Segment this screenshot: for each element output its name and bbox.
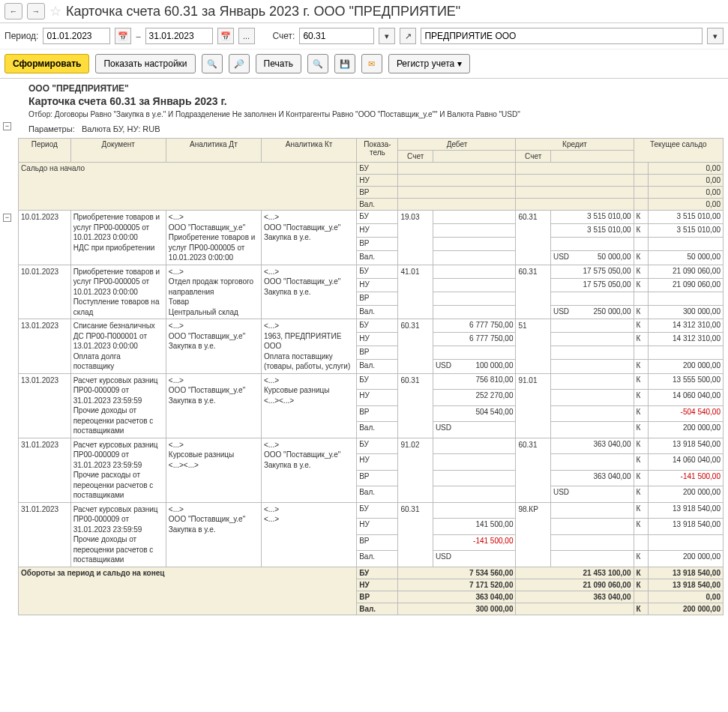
report-title: Карточка счета 60.31 за Январь 2023 г. [28,95,724,107]
col-balance: Текущее сальдо [634,139,724,163]
account-open-icon[interactable]: ↗ [400,28,416,44]
cell-debit-acct: 91.02 [398,438,433,502]
col-debit-acct: Счет [398,151,433,163]
report-filter: Отбор: Договоры Равно "Закупка в у.е." И… [28,110,724,118]
cell-debit-acct: 60.31 [398,502,433,567]
preview-icon[interactable]: 🔍 [307,54,328,73]
cell-adt: <...>ООО "Поставщик_у.е"Закупка в у.е. [166,502,261,567]
cell-doc: Расчет курсовых разниц ПР00-000009 от 31… [70,438,166,502]
generate-button[interactable]: Сформировать [4,54,89,73]
cell-date: 13.01.2023 [19,319,71,374]
cell-date: 13.01.2023 [19,373,71,438]
email-icon[interactable]: ✉ [361,54,382,73]
cell-adt: <...>Отдел продаж торгового направленияТ… [166,265,261,319]
cell-credit-acct: 60.31 [516,265,550,319]
cell-doc: Расчет курсовых разниц ПР00-000009 от 31… [70,373,166,438]
col-period: Период [19,139,71,163]
col-doc: Документ [70,139,166,163]
save-icon[interactable]: 💾 [334,54,355,73]
register-button[interactable]: Регистр учета ▾ [388,54,470,73]
account-label: Счет: [273,31,295,41]
cell-date: 10.01.2023 [19,211,71,265]
period-picker-button[interactable]: ... [238,28,255,44]
table-row: 10.01.2023Приобретение товаров и услуг П… [19,265,724,278]
period-label: Период: [4,31,38,41]
cell-doc: Приобретение товаров и услуг ПР00-000005… [70,265,166,319]
cell-debit-acct: 60.31 [398,319,433,374]
date-dash: – [136,31,140,40]
cell-credit-acct: 60.31 [516,211,550,265]
org-dropdown-icon[interactable]: ▾ [707,28,724,44]
table-row: 13.01.2023Расчет курсовых разниц ПР00-00… [19,373,724,390]
tree-collapse-icon[interactable]: − [3,122,11,130]
date-to-input[interactable] [145,28,213,44]
calendar-from-icon[interactable]: 📅 [115,28,131,44]
window-title: Карточка счета 60.31 за Январь 2023 г. О… [66,4,460,19]
params-label: Параметры: [28,124,75,133]
nav-back-button[interactable]: ← [4,3,22,19]
cell-credit-acct: 98.КР [516,502,550,567]
org-input[interactable] [421,28,703,44]
cell-credit-acct: 91.01 [516,373,550,438]
cell-adt: <...>ООО "Поставщик_у.е"Закупка в у.е. [166,373,261,438]
cell-doc: Приобретение товаров и услуг ПР00-000005… [70,211,166,265]
col-credit-acct: Счет [516,151,550,163]
cell-akt: <...><...> [262,502,357,567]
col-credit: Кредит [516,139,634,151]
col-indicator: Показа- тель [357,139,398,163]
col-akt: Аналитика Кт [262,139,357,163]
cell-debit-acct: 41.01 [398,265,433,319]
table-row: 31.01.2023Расчет курсовых разниц ПР00-00… [19,438,724,454]
find-next-icon[interactable]: 🔎 [229,54,250,73]
date-from-input[interactable] [43,28,110,44]
cell-credit-acct: 51 [516,319,550,374]
report-org: ООО "ПРЕДПРИЯТИЕ" [28,83,724,94]
cell-akt: <...>Курсовые разницы<...><...> [262,373,357,438]
account-dropdown-icon[interactable]: ▾ [379,28,395,44]
totals-label: Обороты за период и сальдо на конец [19,567,357,615]
report-table: Период Документ Аналитика Дт Аналитика К… [18,138,724,615]
nav-forward-button[interactable]: → [27,3,45,19]
cell-adt: <...>ООО "Поставщик_у.е"Закупка в у.е. [166,319,261,374]
table-row: 31.01.2023Расчет курсовых разниц ПР00-00… [19,502,724,519]
cell-akt: <...>ООО "Поставщик_у.е"Закупка в у.е. [262,265,357,319]
calendar-to-icon[interactable]: 📅 [217,28,234,44]
favorite-star-icon[interactable]: ☆ [49,3,61,19]
col-debit: Дебет [398,139,516,151]
cell-akt: <...>1963, ПРЕДПРИЯТИЕ ООООплата поставщ… [262,319,357,374]
cell-akt: <...>ООО "Поставщик_у.е"Закупка в у.е. [262,211,357,265]
cell-date: 31.01.2023 [19,438,71,502]
cell-doc: Расчет курсовых разниц ПР00-000009 от 31… [70,502,166,567]
cell-adt: <...>Курсовые разницы<...><...> [166,438,261,502]
totals-row: Обороты за период и сальдо на конецБУ7 5… [19,567,724,579]
cell-credit-acct: 60.31 [516,438,550,502]
account-input[interactable] [299,28,374,44]
cell-date: 31.01.2023 [19,502,71,567]
params-value: Валюта БУ, НУ: RUB [82,124,160,133]
cell-date: 10.01.2023 [19,265,71,319]
col-adt: Аналитика Дт [166,139,261,163]
opening-label: Сальдо на начало [19,163,357,211]
show-settings-button[interactable]: Показать настройки [95,54,195,73]
table-row: 13.01.2023Списание безналичных ДС ПР00-П… [19,319,724,333]
cell-debit-acct: 19.03 [398,211,433,265]
cell-adt: <...>ООО "Поставщик_у.е"Приобретение тов… [166,211,261,265]
table-row: 10.01.2023Приобретение товаров и услуг П… [19,211,724,224]
cell-doc: Списание безналичных ДС ПР00-П000001 от … [70,319,166,374]
cell-debit-acct: 60.31 [398,373,433,438]
find-icon[interactable]: 🔍 [202,54,223,73]
print-button[interactable]: Печать [256,54,301,73]
cell-akt: <...>ООО "Поставщик_у.е"Закупка в у.е. [262,438,357,502]
tree-collapse-icon[interactable]: − [3,214,11,222]
